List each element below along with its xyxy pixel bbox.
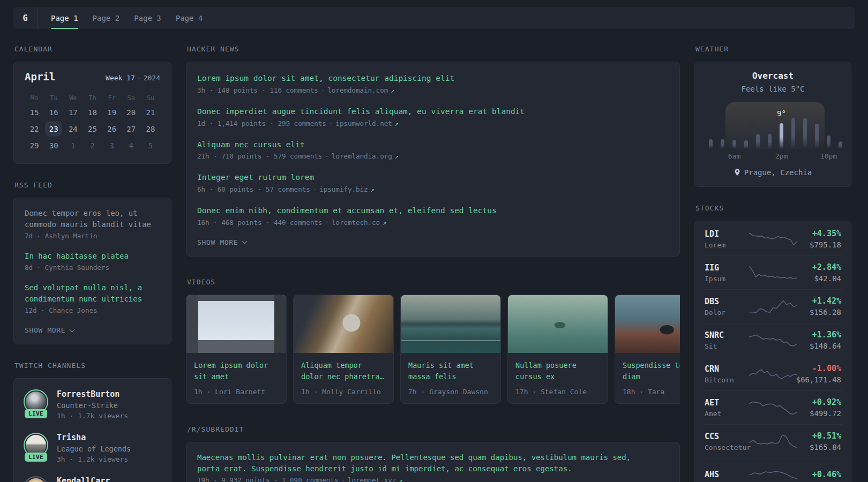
- stock-row: SNRC Sit +1.36% $148.64: [704, 323, 842, 357]
- rss-show-more-button[interactable]: SHOW MORE: [25, 326, 160, 334]
- video-thumbnail[interactable]: [508, 295, 608, 353]
- stock-ticker: IIG: [705, 263, 725, 273]
- subreddit-post-meta: 19h · 9,932 points · 1,090 comments·lore…: [197, 476, 669, 482]
- channel-name: KendallCarr: [57, 476, 110, 482]
- stock-price: $148.64: [810, 342, 841, 350]
- video-card[interactable]: Mauris sit amet massa felis 7h · Grayson…: [400, 295, 501, 404]
- video-title[interactable]: Nullam posuere cursus ex: [515, 360, 600, 383]
- hn-show-more-button[interactable]: SHOW MORE: [197, 238, 669, 246]
- external-link-icon: ↗: [395, 120, 399, 127]
- calendar-day: 28: [141, 120, 160, 137]
- weather-feels-like: Feels like 5°C: [706, 85, 840, 93]
- calendar-day: 4: [122, 137, 141, 154]
- weather-bar: [721, 139, 724, 149]
- weekday-label: Tu: [44, 94, 63, 102]
- twitch-widget: TWITCH CHANNELS LIVE ForrestBurton Count…: [13, 362, 171, 482]
- video-thumbnail[interactable]: [615, 295, 680, 353]
- widget-title-subreddit: /R/SUBREDDIT: [187, 425, 680, 433]
- calendar-grid: 1516171819202122232425262728293012345: [25, 104, 160, 154]
- twitch-channel-row[interactable]: LIVE ForrestBurton Counter-Strike 1h · 1…: [24, 389, 161, 420]
- stock-price: $156.28: [810, 308, 841, 317]
- rss-item-meta: 12d · Chance Jones: [25, 306, 160, 314]
- hn-item-domain-link[interactable]: ipsumify.biz: [319, 185, 368, 193]
- stock-change: +0.92%: [810, 397, 841, 407]
- stock-ticker: DBS: [705, 297, 725, 306]
- subreddit-post-title[interactable]: Maecenas mollis pulvinar erat non posuer…: [197, 452, 637, 475]
- widget-title-weather: WEATHER: [695, 45, 851, 53]
- weather-hourly-chart: 9°: [706, 102, 840, 149]
- subreddit-post: Maecenas mollis pulvinar erat non posuer…: [197, 452, 669, 482]
- stock-ticker: CCS: [705, 432, 751, 441]
- video-title[interactable]: Aliquam tempor dolor nec pharetra…: [301, 360, 386, 383]
- page-tab[interactable]: Page 4: [176, 7, 203, 29]
- hn-item-title[interactable]: Lorem ipsum dolor sit amet, consectetur …: [197, 73, 669, 85]
- calendar-day: 5: [141, 137, 160, 154]
- video-title[interactable]: Lorem ipsum dolor sit amet consectetu…: [194, 360, 279, 383]
- video-thumbnail[interactable]: [186, 295, 286, 353]
- hn-item: Integer eget rutrum lorem 6h · 60 points…: [197, 172, 669, 193]
- stock-ticker: LDI: [705, 229, 725, 239]
- top-bar: G Page 1Page 2Page 3Page 4: [13, 7, 855, 29]
- stock-sparkline: [749, 365, 798, 382]
- hn-item-meta: 6h · 60 points · 57 comments·ipsumify.bi…: [197, 185, 669, 193]
- calendar-day: 26: [102, 120, 122, 137]
- video-title[interactable]: Suspendisse tempor diam: [623, 360, 680, 383]
- widget-title-calendar: CALENDAR: [14, 45, 171, 53]
- hn-item-title[interactable]: Aliquam nec cursus elit: [197, 139, 669, 151]
- hn-item-title[interactable]: Donec imperdiet augue tincidunt felis al…: [197, 106, 669, 118]
- hn-item-title[interactable]: Donec enim nibh, condimentum et accumsan…: [197, 205, 669, 217]
- app-logo[interactable]: G: [13, 7, 38, 29]
- hn-item-domain-link[interactable]: loremtech.co: [332, 219, 380, 227]
- hn-item: Donec imperdiet augue tincidunt felis al…: [197, 106, 669, 127]
- calendar-week: Week 17: [106, 74, 135, 82]
- hn-list: Lorem ipsum dolor sit amet, consectetur …: [197, 73, 669, 227]
- video-card[interactable]: Nullam posuere cursus ex 17h · Stefan Co…: [507, 295, 608, 404]
- stock-row: AET Amet +0.92% $499.72: [704, 391, 842, 425]
- daylight-band: [725, 102, 825, 149]
- hn-item-title[interactable]: Integer eget rutrum lorem: [197, 172, 669, 184]
- rss-item-title[interactable]: In hac habitasse platea: [25, 251, 160, 262]
- hn-item: Donec enim nibh, condimentum et accumsan…: [197, 205, 669, 227]
- stock-price: $66,171.48: [796, 375, 841, 384]
- calendar-day: 19: [102, 104, 122, 120]
- calendar-day: 29: [25, 137, 44, 154]
- video-card[interactable]: Suspendisse tempor diam 18h · Tara: [615, 295, 680, 404]
- weather-bar-current: [780, 123, 783, 149]
- weather-location: Prague, Czechia: [706, 168, 840, 177]
- calendar-day: 17: [63, 104, 83, 120]
- widget-title-twitch: TWITCH CHANNELS: [14, 362, 171, 370]
- stock-change: +0.51%: [810, 431, 841, 441]
- widget-title-hackernews: HACKER NEWS: [187, 45, 680, 53]
- videos-widget: VIDEOS Lorem ipsum dolor sit amet consec…: [186, 278, 680, 404]
- calendar-day: 2: [83, 137, 102, 154]
- rss-item-title[interactable]: Sed volutpat nulla nisl, a condimentum n…: [25, 282, 160, 305]
- stock-change: -1.00%: [796, 364, 841, 373]
- page-tab[interactable]: Page 2: [93, 7, 120, 29]
- video-title[interactable]: Mauris sit amet massa felis: [408, 360, 493, 383]
- page-tab[interactable]: Page 3: [134, 7, 161, 29]
- hn-item-domain-link[interactable]: ipsumworld.net: [335, 119, 392, 127]
- video-card[interactable]: Lorem ipsum dolor sit amet consectetu… 1…: [186, 295, 287, 404]
- weather-bar: [732, 140, 736, 149]
- rss-item-title[interactable]: Donec tempor eros leo, ut commodo mauris…: [25, 208, 160, 230]
- calendar-day: 1: [63, 137, 83, 154]
- subreddit-domain-link[interactable]: loremnet.xyz: [348, 476, 396, 482]
- video-thumbnail[interactable]: [401, 295, 500, 353]
- stock-sparkline: [749, 467, 798, 482]
- stock-name: Ipsum: [705, 275, 725, 283]
- calendar-day: 3: [102, 137, 122, 154]
- stock-ticker: AHS: [705, 470, 719, 479]
- right-column: WEATHER Overcast Feels like 5°C 9° 6am2p…: [694, 45, 851, 482]
- widget-title-stocks: STOCKS: [695, 204, 851, 212]
- video-thumbnail[interactable]: [294, 295, 393, 353]
- hn-item-domain-link[interactable]: loremlandia.org: [332, 152, 392, 160]
- hn-item-domain-link[interactable]: loremdomain.com: [327, 86, 388, 94]
- twitch-channel-row[interactable]: LIVE KendallCarr: [24, 476, 161, 482]
- twitch-card: LIVE ForrestBurton Counter-Strike 1h · 1…: [13, 378, 171, 482]
- video-card[interactable]: Aliquam tempor dolor nec pharetra… 1h · …: [293, 295, 394, 404]
- hn-item-meta: 1d · 1,414 points · 299 comments·ipsumwo…: [197, 119, 669, 127]
- subreddit-widget: /R/SUBREDDIT Maecenas mollis pulvinar er…: [186, 425, 680, 482]
- twitch-channel-row[interactable]: LIVE Trisha League of Legends 3h · 1.2k …: [24, 433, 161, 463]
- page-tab[interactable]: Page 1: [51, 7, 78, 29]
- subreddit-card: Maecenas mollis pulvinar erat non posuer…: [186, 442, 680, 482]
